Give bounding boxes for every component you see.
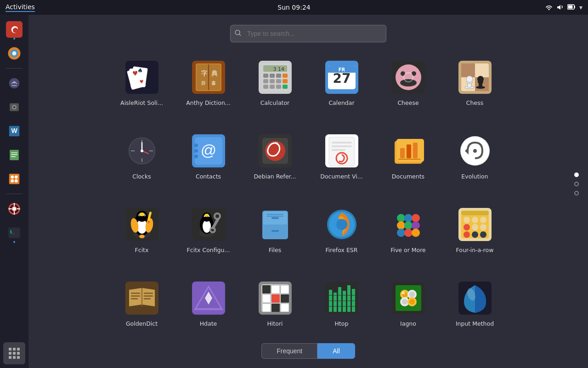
- svg-rect-200: [271, 294, 280, 303]
- svg-rect-79: [461, 63, 475, 77]
- svg-point-133: [144, 215, 145, 216]
- svg-point-165: [404, 221, 413, 230]
- battery-icon[interactable]: [567, 4, 576, 12]
- page-indicator-3[interactable]: [574, 191, 579, 196]
- app-htop[interactable]: Htop: [308, 274, 375, 331]
- svg-rect-201: [281, 294, 289, 303]
- app-debian-ref[interactable]: Debian Refer...: [242, 127, 308, 196]
- apps-grid-button[interactable]: [3, 342, 25, 364]
- svg-point-136: [139, 235, 145, 238]
- files-icon: [257, 206, 294, 243]
- app-contacts[interactable]: @ Contacts: [175, 127, 242, 196]
- svg-rect-199: [262, 294, 271, 303]
- firefox-sidebar-icon: [6, 45, 23, 62]
- app-cheese[interactable]: Cheese: [375, 53, 441, 122]
- sidebar-item-disk[interactable]: [3, 96, 25, 118]
- filter-frequent-button[interactable]: Frequent: [261, 343, 317, 359]
- svg-rect-18: [11, 156, 16, 157]
- sidebar-item-debian[interactable]: [3, 18, 25, 40]
- topbar: Activities Sun 09:24 ▾: [0, 0, 588, 15]
- svg-rect-17: [11, 155, 17, 155]
- svg-point-224: [409, 299, 415, 305]
- svg-point-177: [480, 224, 486, 230]
- app-document-viewer[interactable]: Document Vi...: [308, 127, 375, 196]
- filter-bar: Frequent All: [261, 343, 355, 359]
- terminal-active-dot: [13, 241, 15, 243]
- app-five-or-more-label: Five or More: [390, 247, 426, 254]
- app-input-method-label: Input Method: [456, 320, 494, 328]
- volume-icon[interactable]: [556, 3, 564, 12]
- svg-text:W: W: [11, 127, 17, 134]
- svg-point-180: [480, 231, 486, 238]
- svg-rect-82: [479, 83, 482, 87]
- filter-all-button[interactable]: All: [317, 343, 355, 359]
- svg-point-144: [204, 214, 209, 217]
- sidebar-item-help[interactable]: [3, 198, 25, 220]
- app-four-in-a-row[interactable]: Four-in-a-row: [441, 201, 508, 270]
- app-calculator[interactable]: 3 14 Calculator: [242, 53, 308, 122]
- app-hdate[interactable]: Hdate: [175, 274, 242, 331]
- svg-rect-154: [271, 230, 279, 232]
- app-chess[interactable]: Chess: [441, 53, 508, 122]
- svg-point-6: [12, 52, 17, 56]
- svg-text:♠: ♠: [136, 66, 143, 75]
- app-aisleriot-label: AisleRiot Soli...: [120, 99, 163, 107]
- app-evolution[interactable]: Evolution: [441, 127, 508, 196]
- app-anthy-label: Anthy Diction...: [186, 99, 231, 107]
- svg-rect-61: [263, 85, 268, 89]
- app-files[interactable]: Files: [242, 201, 308, 270]
- svg-rect-64: [283, 85, 288, 89]
- svg-rect-189: [144, 298, 151, 299]
- svg-rect-63: [276, 85, 281, 89]
- svg-rect-208: [338, 287, 341, 312]
- firefox-esr-icon: [323, 206, 360, 243]
- sidebar-separator-2: [6, 194, 23, 194]
- input-method-icon: [457, 280, 493, 316]
- app-fcitx[interactable]: Fcitx: [108, 201, 175, 270]
- sidebar-item-software[interactable]: [3, 168, 25, 190]
- sidebar-item-terminal[interactable]: $_: [3, 222, 25, 244]
- svg-rect-116: [400, 148, 405, 158]
- app-goldendict[interactable]: GoldenDict: [108, 274, 175, 331]
- svg-point-23: [15, 179, 18, 183]
- wifi-icon[interactable]: [545, 3, 553, 12]
- svg-rect-210: [347, 285, 351, 312]
- app-documents[interactable]: Documents: [375, 127, 441, 196]
- svg-point-20: [11, 175, 14, 178]
- svg-text:@: @: [200, 141, 216, 159]
- search-input[interactable]: [230, 25, 386, 42]
- search-icon: [235, 30, 241, 38]
- app-clocks[interactable]: Clocks: [108, 127, 175, 196]
- app-iagno[interactable]: Iagno: [375, 274, 441, 331]
- svg-rect-53: [263, 74, 268, 78]
- svg-rect-153: [271, 217, 279, 219]
- app-calendar-label: Calendar: [328, 99, 354, 107]
- app-anthy[interactable]: 字 典 辞 書 Anthy Diction...: [175, 53, 242, 122]
- page-indicator-1[interactable]: [574, 172, 579, 177]
- svg-point-98: [141, 150, 143, 152]
- system-menu-icon[interactable]: ▾: [579, 4, 582, 11]
- page-indicator-2[interactable]: [574, 182, 579, 186]
- app-evolution-label: Evolution: [461, 173, 488, 180]
- svg-point-146: [208, 216, 209, 217]
- svg-rect-188: [144, 295, 153, 297]
- svg-text:♥: ♥: [139, 79, 144, 85]
- sidebar-item-word[interactable]: W: [3, 120, 25, 142]
- app-fcitx-config[interactable]: Fcitx Configu...: [175, 201, 242, 270]
- documents-icon: [390, 132, 427, 169]
- activities-button[interactable]: Activities: [6, 3, 35, 12]
- svg-rect-57: [263, 79, 268, 83]
- app-aisleriot[interactable]: ♥ ♥ ♠ AisleRiot Soli...: [108, 53, 175, 122]
- sidebar-item-firefox[interactable]: [3, 42, 25, 64]
- svg-rect-59: [276, 79, 281, 83]
- app-five-or-more[interactable]: Five or More: [375, 201, 441, 270]
- sidebar-item-notes[interactable]: [3, 144, 25, 166]
- app-input-method[interactable]: Input Method: [441, 274, 508, 331]
- app-firefox-esr[interactable]: Firefox ESR: [308, 201, 375, 270]
- app-hitori[interactable]: Hitori: [242, 274, 308, 331]
- hdate-icon: [190, 280, 227, 316]
- app-calendar[interactable]: FR 27 Calendar: [308, 53, 375, 122]
- app-htop-label: Htop: [335, 320, 349, 328]
- svg-point-173: [472, 217, 478, 223]
- sidebar-item-backup[interactable]: [3, 72, 25, 94]
